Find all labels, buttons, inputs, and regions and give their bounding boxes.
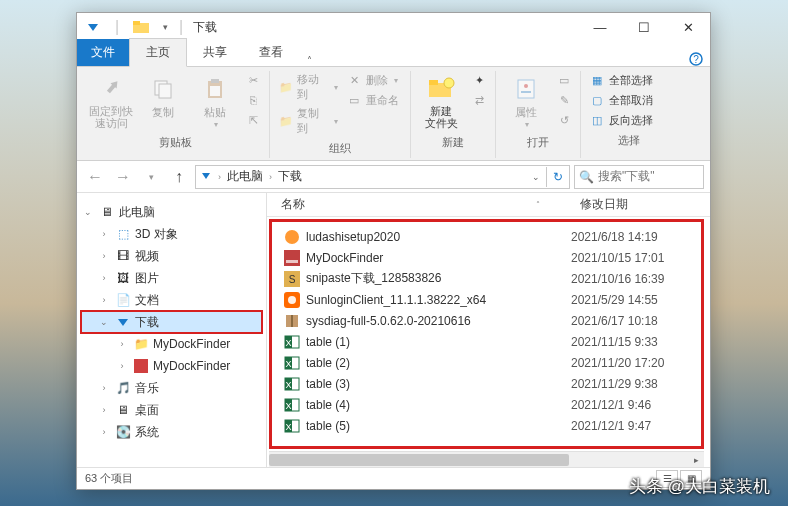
tab-file[interactable]: 文件 xyxy=(77,39,129,66)
tree-3dobjects[interactable]: ›⬚3D 对象 xyxy=(81,223,262,245)
list-header[interactable]: 名称˄ 修改日期 xyxy=(267,193,710,217)
group-organize-label: 组织 xyxy=(329,141,351,158)
open-icon: ▭ xyxy=(556,72,572,88)
svg-rect-10 xyxy=(429,80,438,85)
file-row[interactable]: ludashisetup20202021/6/18 14:19 xyxy=(272,226,701,247)
tab-share[interactable]: 共享 xyxy=(187,39,243,66)
nav-back-button[interactable]: ← xyxy=(83,165,107,189)
delete-button[interactable]: ✕删除▾ xyxy=(344,71,404,89)
invertsel-button[interactable]: ◫反向选择 xyxy=(587,111,671,129)
nav-up-button[interactable]: ↑ xyxy=(167,165,191,189)
chevron-right-icon[interactable]: › xyxy=(267,172,274,182)
svg-rect-14 xyxy=(521,91,531,93)
pin-button[interactable]: 固定到快 速访问 xyxy=(87,71,135,131)
explorer-window: | ▾ | 下载 — ☐ ✕ 文件 主页 共享 查看 ˄ ? 固定到快 速访问 … xyxy=(76,12,711,490)
file-name: table (4) xyxy=(306,398,571,412)
h-scrollbar[interactable]: ◂ ▸ xyxy=(269,451,704,467)
folder-icon xyxy=(131,17,151,37)
file-row[interactable]: Ssnipaste下载_1285838262021/10/16 16:39 xyxy=(272,268,701,289)
tab-view[interactable]: 查看 xyxy=(243,39,299,66)
file-icon xyxy=(284,229,300,245)
history-icon: ↺ xyxy=(556,112,572,128)
address-bar: ← → ▾ ↑ › 此电脑 › 下载 ⌄ ↻ 🔍 搜索"下载" xyxy=(77,161,710,193)
sort-asc-icon: ˄ xyxy=(536,200,540,209)
tree-pictures[interactable]: ›🖼图片 xyxy=(81,267,262,289)
tree-thispc[interactable]: ⌄🖥此电脑 xyxy=(81,201,262,223)
file-date: 2021/12/1 9:46 xyxy=(571,398,701,412)
down-arrow-icon[interactable] xyxy=(83,17,103,37)
file-row[interactable]: Xtable (2)2021/11/20 17:20 xyxy=(272,352,701,373)
svg-text:S: S xyxy=(289,274,296,285)
svg-point-11 xyxy=(444,78,454,88)
properties-button[interactable]: 属性▾ xyxy=(502,71,550,131)
moveto-button[interactable]: 📁移动到▾ xyxy=(276,71,340,103)
minimize-button[interactable]: — xyxy=(578,13,622,41)
pin-icon xyxy=(95,73,127,105)
paste-icon xyxy=(199,73,231,105)
svg-point-22 xyxy=(288,296,296,304)
copy-button[interactable]: 复制 xyxy=(139,71,187,122)
tree-mydock1[interactable]: ›📁MyDockFinder xyxy=(81,333,262,355)
nav-recent-button[interactable]: ▾ xyxy=(139,165,163,189)
file-row[interactable]: SunloginClient_11.1.1.38222_x642021/5/29… xyxy=(272,289,701,310)
tree-music[interactable]: ›🎵音乐 xyxy=(81,377,262,399)
crumb-downloads[interactable]: 下载 xyxy=(274,168,306,185)
group-open-label: 打开 xyxy=(527,135,549,152)
file-row[interactable]: MyDockFinder2021/10/15 17:01 xyxy=(272,247,701,268)
newfolder-icon xyxy=(425,73,457,105)
tree-system[interactable]: ›💽系统 xyxy=(81,421,262,443)
file-row[interactable]: sysdiag-full-5.0.62.0-202106162021/6/17 … xyxy=(272,310,701,331)
content: ⌄🖥此电脑 ›⬚3D 对象 ›🎞视频 ›🖼图片 ›📄文档 ⌄下载 ›📁MyDoc… xyxy=(77,193,710,467)
file-row[interactable]: Xtable (1)2021/11/15 9:33 xyxy=(272,331,701,352)
easyaccess-button[interactable]: ⇄ xyxy=(469,91,489,109)
file-date: 2021/10/15 17:01 xyxy=(571,251,701,265)
file-date: 2021/11/29 9:38 xyxy=(571,377,701,391)
svg-text:X: X xyxy=(285,338,291,348)
newitem-icon: ✦ xyxy=(471,72,487,88)
help-icon[interactable]: ? xyxy=(682,52,710,66)
selectall-button[interactable]: ▦全部选择 xyxy=(587,71,671,89)
copyto-button[interactable]: 📁复制到▾ xyxy=(276,105,340,137)
scroll-thumb[interactable] xyxy=(269,454,569,466)
list-body[interactable]: ludashisetup20202021/6/18 14:19MyDockFin… xyxy=(269,219,704,449)
crumb-thispc[interactable]: 此电脑 xyxy=(223,168,267,185)
breadcrumb[interactable]: › 此电脑 › 下载 ⌄ ↻ xyxy=(195,165,570,189)
tree-mydock2[interactable]: ›MyDockFinder xyxy=(81,355,262,377)
file-row[interactable]: Xtable (5)2021/12/1 9:47 xyxy=(272,415,701,436)
qat-dropdown-icon[interactable]: ▾ xyxy=(155,17,175,37)
tab-home[interactable]: 主页 xyxy=(129,38,187,67)
paste-button[interactable]: 粘贴▾ xyxy=(191,71,239,131)
file-name: table (3) xyxy=(306,377,571,391)
tree-desktop[interactable]: ›🖥桌面 xyxy=(81,399,262,421)
selectnone-button[interactable]: ▢全部取消 xyxy=(587,91,671,109)
crumb-dropdown-icon[interactable]: ⌄ xyxy=(526,172,546,182)
open-button[interactable]: ▭ xyxy=(554,71,574,89)
cut-button[interactable]: ✂ xyxy=(243,71,263,89)
newitem-button[interactable]: ✦ xyxy=(469,71,489,89)
selectnone-icon: ▢ xyxy=(589,92,605,108)
refresh-icon[interactable]: ↻ xyxy=(546,167,569,187)
tree-documents[interactable]: ›📄文档 xyxy=(81,289,262,311)
ribbon-collapse-icon[interactable]: ˄ xyxy=(299,55,319,66)
svg-rect-1 xyxy=(133,21,140,25)
close-button[interactable]: ✕ xyxy=(666,13,710,41)
copypath-button[interactable]: ⎘ xyxy=(243,91,263,109)
col-date[interactable]: 修改日期 xyxy=(580,196,710,213)
history-button[interactable]: ↺ xyxy=(554,111,574,129)
edit-button[interactable]: ✎ xyxy=(554,91,574,109)
tree-videos[interactable]: ›🎞视频 xyxy=(81,245,262,267)
col-name[interactable]: 名称 xyxy=(281,196,305,213)
nav-tree[interactable]: ⌄🖥此电脑 ›⬚3D 对象 ›🎞视频 ›🖼图片 ›📄文档 ⌄下载 ›📁MyDoc… xyxy=(77,193,267,467)
newfolder-button[interactable]: 新建 文件夹 xyxy=(417,71,465,131)
svg-point-13 xyxy=(524,84,528,88)
chevron-right-icon[interactable]: › xyxy=(216,172,223,182)
file-row[interactable]: Xtable (3)2021/11/29 9:38 xyxy=(272,373,701,394)
tree-downloads[interactable]: ⌄下载 xyxy=(81,311,262,333)
file-row[interactable]: Xtable (4)2021/12/1 9:46 xyxy=(272,394,701,415)
search-input[interactable]: 🔍 搜索"下载" xyxy=(574,165,704,189)
scroll-right-icon[interactable]: ▸ xyxy=(688,452,704,467)
pasteshortcut-button[interactable]: ⇱ xyxy=(243,111,263,129)
rename-button[interactable]: ▭重命名 xyxy=(344,91,404,109)
nav-forward-button[interactable]: → xyxy=(111,165,135,189)
maximize-button[interactable]: ☐ xyxy=(622,13,666,41)
